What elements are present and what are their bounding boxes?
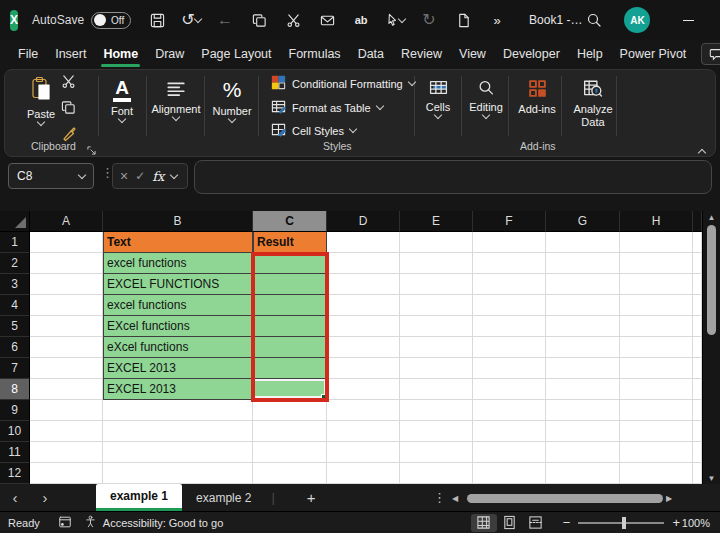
cell-B8[interactable]: EXCEL 2013 (103, 379, 253, 400)
zoom-out-button[interactable]: − (563, 515, 571, 530)
autosave-toggle[interactable]: Off (91, 12, 131, 29)
cell-B3[interactable]: EXCEL FUNCTIONS (103, 274, 253, 295)
cut-icon[interactable] (61, 74, 77, 93)
zoom-in-button[interactable]: + (672, 515, 680, 530)
cell-G4[interactable] (546, 295, 620, 316)
alignment-group-button[interactable]: Alignment (149, 80, 203, 120)
save-icon[interactable] (145, 8, 169, 32)
ribbon-tab-help[interactable]: Help (575, 43, 605, 65)
cell-D1[interactable] (327, 232, 400, 253)
email-icon[interactable] (315, 8, 339, 32)
cell-B1[interactable]: Text (103, 232, 253, 253)
cell-G5[interactable] (546, 316, 620, 337)
ribbon-tab-home[interactable]: Home (101, 43, 140, 65)
cell-H5[interactable] (620, 316, 693, 337)
zoom-level[interactable]: 100% (680, 517, 720, 529)
ribbon-tab-data[interactable]: Data (356, 43, 386, 65)
cell-H1[interactable] (620, 232, 693, 253)
cell-C12[interactable] (253, 463, 327, 484)
sheet-tab-example-2[interactable]: example 2 (182, 484, 265, 511)
cell-G12[interactable] (546, 463, 620, 484)
cell-E9[interactable] (400, 400, 473, 421)
cell-F2[interactable] (473, 253, 546, 274)
horizontal-scrollbar[interactable]: ◀ ▶ (452, 492, 712, 504)
cell-E11[interactable] (400, 442, 473, 463)
horizontal-scroll-thumb[interactable] (467, 494, 663, 503)
cell-F1[interactable] (473, 232, 546, 253)
cell-F6[interactable] (473, 337, 546, 358)
sheetbar-menu-dots[interactable]: ⋮ (433, 490, 446, 505)
sheet-tab-example-1[interactable]: example 1 (96, 484, 182, 511)
editing-group-button[interactable]: Editing (463, 79, 509, 118)
cell-H2[interactable] (620, 253, 693, 274)
cell-F7[interactable] (473, 358, 546, 379)
column-header-g[interactable]: G (546, 211, 620, 232)
row-header-12[interactable]: 12 (0, 463, 30, 484)
cell-H9[interactable] (620, 400, 693, 421)
cell-C1[interactable]: Result (253, 232, 327, 253)
scroll-right-icon[interactable]: ▶ (666, 494, 678, 503)
cut-icon[interactable] (281, 8, 305, 32)
comments-button[interactable] (701, 43, 720, 65)
cell-B2[interactable]: excel functions (103, 253, 253, 274)
zoom-slider-thumb[interactable] (622, 517, 626, 529)
excel-logo-icon[interactable]: X (10, 10, 18, 31)
column-header-h[interactable]: H (620, 211, 693, 232)
cancel-icon[interactable]: × (120, 168, 128, 184)
qat-overflow-button[interactable]: » (485, 8, 509, 32)
cell-A4[interactable] (30, 295, 103, 316)
cell-G7[interactable] (546, 358, 620, 379)
ribbon-tab-page-layout[interactable]: Page Layout (199, 43, 273, 65)
cell-B10[interactable] (103, 421, 253, 442)
cell-B11[interactable] (103, 442, 253, 463)
cell-G6[interactable] (546, 337, 620, 358)
select-all-button[interactable] (0, 211, 30, 232)
cell-G1[interactable] (546, 232, 620, 253)
cell-A12[interactable] (30, 463, 103, 484)
touch-mode-button[interactable] (383, 8, 407, 32)
cell-E6[interactable] (400, 337, 473, 358)
ribbon-tab-formulas[interactable]: Formulas (287, 43, 343, 65)
row-header-2[interactable]: 2 (0, 253, 30, 274)
ribbon-tab-review[interactable]: Review (399, 43, 444, 65)
cell-A9[interactable] (30, 400, 103, 421)
zoom-slider[interactable] (578, 522, 664, 524)
cell-E4[interactable] (400, 295, 473, 316)
enter-icon[interactable]: ✓ (135, 169, 145, 183)
cell-H12[interactable] (620, 463, 693, 484)
cell-A8[interactable] (30, 379, 103, 400)
cell-G10[interactable] (546, 421, 620, 442)
cell-D8[interactable] (327, 379, 400, 400)
cell-B5[interactable]: EXcel functions (103, 316, 253, 337)
column-header-f[interactable]: F (473, 211, 546, 232)
cell-G2[interactable] (546, 253, 620, 274)
add-ins-button[interactable]: Add-ins (513, 79, 561, 115)
cell-H3[interactable] (620, 274, 693, 295)
vertical-scrollbar[interactable]: ▲ ▼ (702, 211, 720, 484)
row-header-1[interactable]: 1 (0, 232, 30, 253)
column-header-a[interactable]: A (30, 211, 103, 232)
next-sheet-button[interactable]: › (30, 489, 60, 506)
accessibility-status[interactable]: Accessibility: Good to go (103, 517, 223, 529)
avatar[interactable]: AK (624, 7, 650, 33)
normal-view-button[interactable] (471, 514, 497, 532)
column-header-d[interactable]: D (327, 211, 400, 232)
cell-H8[interactable] (620, 379, 693, 400)
cell-D4[interactable] (327, 295, 400, 316)
cell-F12[interactable] (473, 463, 546, 484)
vertical-scroll-thumb[interactable] (707, 225, 716, 335)
cell-C10[interactable] (253, 421, 327, 442)
cell-F10[interactable] (473, 421, 546, 442)
row-header-3[interactable]: 3 (0, 274, 30, 295)
cell-A7[interactable] (30, 358, 103, 379)
cell-E7[interactable] (400, 358, 473, 379)
copy-icon[interactable] (61, 100, 77, 119)
cell-B7[interactable]: EXCEL 2013 (103, 358, 253, 379)
cell-D12[interactable] (327, 463, 400, 484)
row-header-4[interactable]: 4 (0, 295, 30, 316)
maximize-button[interactable] (712, 4, 720, 36)
cell-D9[interactable] (327, 400, 400, 421)
name-box[interactable]: C8 (8, 163, 94, 189)
paste-button[interactable]: Paste (17, 76, 65, 125)
insert-function-icon[interactable]: fx (152, 169, 164, 184)
